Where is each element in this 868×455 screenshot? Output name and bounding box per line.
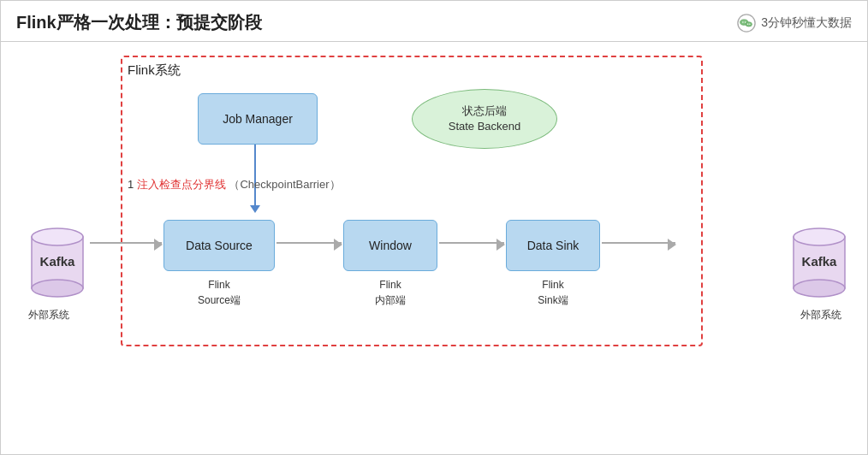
data-sink-box: Data Sink <box>506 220 600 271</box>
window-label-text: Flink内部端 <box>375 279 406 306</box>
svg-text:Kafka: Kafka <box>802 254 838 269</box>
window-label-below: Flink内部端 <box>343 277 437 308</box>
svg-point-9 <box>32 228 83 245</box>
svg-point-5 <box>747 23 748 24</box>
svg-point-8 <box>32 280 83 297</box>
brand-text: 3分钟秒懂大数据 <box>761 15 852 31</box>
outer-right-text: 外部系统 <box>800 309 841 321</box>
window-label: Window <box>369 239 412 252</box>
kafka-left-svg: Kafka <box>27 222 88 298</box>
checkpoint-number: 1 <box>128 178 134 191</box>
checkpoint-label: 1 注入检查点分界线 （CheckpointBarrier） <box>128 177 341 192</box>
state-backend-line2: State Backend <box>449 119 521 134</box>
page-title: Flink严格一次处理：预提交阶段 <box>16 11 262 34</box>
header: Flink严格一次处理：预提交阶段 3分钟秒懂大数据 <box>1 1 867 42</box>
svg-point-6 <box>749 23 750 24</box>
checkpoint-red-text: 注入检查点分界线 <box>137 178 226 191</box>
kafka-left-cylinder: Kafka <box>27 222 88 302</box>
svg-point-4 <box>746 21 752 26</box>
arrow-kafka-to-source <box>90 242 162 244</box>
page-container: Flink严格一次处理：预提交阶段 3分钟秒懂大数据 Flink系统 Job M… <box>0 0 868 455</box>
sink-label: FlinkSink端 <box>506 277 600 308</box>
svg-point-2 <box>742 21 743 22</box>
outer-left-label: 外部系统 <box>18 307 80 322</box>
outer-right-label: 外部系统 <box>787 307 855 322</box>
wechat-icon <box>737 14 756 32</box>
kafka-right-svg: Kafka <box>788 222 850 298</box>
source-label-text: FlinkSource端 <box>198 279 241 306</box>
svg-point-13 <box>794 228 845 245</box>
arrow-source-to-window <box>276 242 342 244</box>
diagram-area: Flink系统 Job Manager 状态后端 State Backend 1… <box>1 42 867 452</box>
flink-system-label: Flink系统 <box>128 62 181 79</box>
arrow-sink-to-kafka <box>602 242 675 244</box>
brand-area: 3分钟秒懂大数据 <box>737 14 852 32</box>
state-backend-ellipse: 状态后端 State Backend <box>412 89 557 149</box>
job-manager-label: Job Manager <box>223 112 293 126</box>
svg-point-3 <box>745 21 746 22</box>
jm-arrow-down <box>254 145 256 206</box>
source-label: FlinkSource端 <box>163 277 275 308</box>
data-source-box: Data Source <box>163 220 275 271</box>
data-source-label: Data Source <box>186 239 253 252</box>
window-box: Window <box>343 220 437 271</box>
svg-text:Kafka: Kafka <box>40 254 76 269</box>
checkpoint-gray-text: （CheckpointBarrier） <box>229 178 340 191</box>
svg-point-12 <box>794 280 845 297</box>
kafka-right-cylinder: Kafka <box>788 222 850 302</box>
data-sink-label: Data Sink <box>527 239 580 252</box>
state-backend-line1: 状态后端 <box>462 103 507 119</box>
outer-left-text: 外部系统 <box>28 309 69 321</box>
job-manager-box: Job Manager <box>198 93 318 145</box>
sink-label-text: FlinkSink端 <box>538 279 568 306</box>
arrow-window-to-sink <box>439 242 504 244</box>
